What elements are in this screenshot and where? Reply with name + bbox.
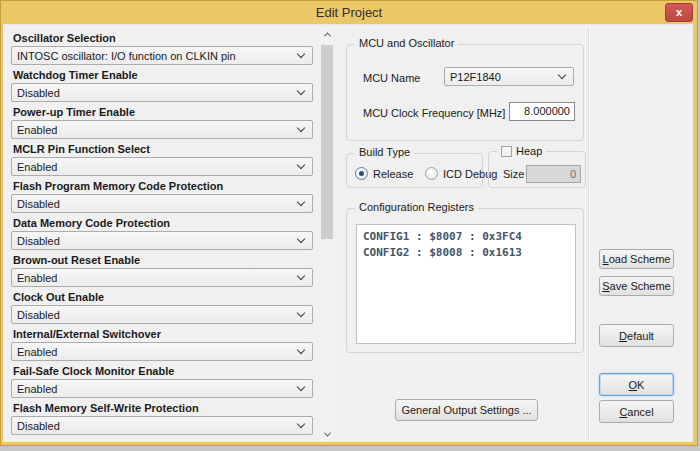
setting-label: Clock Out Enable bbox=[11, 290, 313, 305]
setting-row: Fail-Safe Clock Monitor Enable Enabled bbox=[11, 364, 313, 401]
release-radio[interactable] bbox=[355, 167, 368, 180]
setting-row: Brown-out Reset Enable Enabled bbox=[11, 253, 313, 290]
chevron-down-icon bbox=[297, 49, 305, 57]
chevron-down-icon bbox=[297, 419, 305, 427]
setting-row: Oscillator Selection INTOSC oscillator: … bbox=[11, 31, 313, 68]
close-button[interactable]: x bbox=[665, 3, 693, 22]
chevron-down-icon bbox=[297, 382, 305, 390]
setting-row: Clock Out Enable Disabled bbox=[11, 290, 313, 327]
setting-label: Power-up Timer Enable bbox=[11, 105, 313, 120]
setting-row: MCLR Pin Function Select Enabled bbox=[11, 142, 313, 179]
chevron-down-icon bbox=[297, 160, 305, 168]
general-output-settings-button[interactable]: General Output Settings ... bbox=[395, 399, 538, 421]
setting-dropdown[interactable]: Enabled bbox=[11, 379, 313, 398]
setting-dropdown-value: Enabled bbox=[17, 383, 57, 395]
setting-dropdown-value: Disabled bbox=[17, 87, 60, 99]
setting-dropdown[interactable]: Disabled bbox=[11, 416, 313, 435]
setting-label: MCLR Pin Function Select bbox=[11, 142, 313, 157]
configuration-registers-group: Configuration Registers CONFIG1 : $8007 … bbox=[346, 208, 584, 353]
scroll-down-button[interactable] bbox=[320, 427, 334, 441]
setting-row: Data Memory Code Protection Disabled bbox=[11, 216, 313, 253]
default-button[interactable]: Default bbox=[599, 324, 674, 347]
chevron-down-icon bbox=[297, 197, 305, 205]
setting-dropdown[interactable]: Disabled bbox=[11, 305, 313, 324]
ok-button[interactable]: OK bbox=[599, 373, 674, 396]
right-panel-divider bbox=[588, 27, 589, 440]
chevron-down-icon bbox=[297, 308, 305, 316]
close-icon: x bbox=[676, 7, 682, 18]
chevron-down-icon bbox=[297, 86, 305, 94]
scroll-up-button[interactable] bbox=[320, 27, 334, 41]
group-title: MCU and Oscillator bbox=[355, 37, 458, 49]
setting-dropdown-value: Disabled bbox=[17, 420, 60, 432]
setting-row: Flash Program Memory Code Protection Dis… bbox=[11, 179, 313, 216]
setting-dropdown[interactable]: Disabled bbox=[11, 83, 313, 102]
edit-project-dialog: Edit Project x Oscillator Selection INTO… bbox=[0, 0, 698, 446]
mcu-name-value: P12F1840 bbox=[450, 71, 501, 83]
group-title: Configuration Registers bbox=[355, 201, 478, 213]
config-registers-text[interactable]: CONFIG1 : $8007 : 0x3FC4 CONFIG2 : $8008… bbox=[356, 224, 576, 344]
setting-dropdown[interactable]: Enabled bbox=[11, 342, 313, 361]
setting-dropdown-value: Enabled bbox=[17, 272, 57, 284]
setting-dropdown-value: Disabled bbox=[17, 198, 60, 210]
heap-size-input[interactable]: 0 bbox=[526, 165, 581, 183]
setting-row: Watchdog Timer Enable Disabled bbox=[11, 68, 313, 105]
setting-label: Flash Program Memory Code Protection bbox=[11, 179, 313, 194]
heap-checkbox[interactable] bbox=[501, 146, 512, 157]
heap-checkbox-label: Heap bbox=[516, 145, 542, 157]
heap-group: Heap Size 0 bbox=[488, 151, 586, 188]
setting-dropdown[interactable]: INTOSC oscillator: I/O function on CLKIN… bbox=[11, 46, 313, 65]
dialog-title: Edit Project bbox=[316, 5, 382, 20]
setting-dropdown[interactable]: Disabled bbox=[11, 194, 313, 213]
setting-dropdown[interactable]: Enabled bbox=[11, 120, 313, 139]
chevron-down-icon bbox=[297, 271, 305, 279]
setting-dropdown-value: INTOSC oscillator: I/O function on CLKIN… bbox=[17, 50, 236, 62]
setting-dropdown-value: Disabled bbox=[17, 235, 60, 247]
setting-dropdown-value: Enabled bbox=[17, 124, 57, 136]
setting-dropdown[interactable]: Enabled bbox=[11, 157, 313, 176]
cancel-button[interactable]: Cancel bbox=[599, 400, 674, 423]
setting-dropdown-value: Enabled bbox=[17, 346, 57, 358]
mcu-clock-label: MCU Clock Frequency [MHz] bbox=[363, 107, 505, 119]
setting-dropdown[interactable]: Disabled bbox=[11, 231, 313, 250]
scrollbar-thumb[interactable] bbox=[321, 45, 333, 239]
heap-legend: Heap bbox=[497, 145, 546, 157]
group-title: Build Type bbox=[355, 146, 414, 158]
chevron-down-icon bbox=[297, 234, 305, 242]
settings-scrollbar[interactable] bbox=[320, 27, 334, 441]
setting-label: Watchdog Timer Enable bbox=[11, 68, 313, 83]
mcu-name-label: MCU Name bbox=[363, 72, 420, 84]
setting-dropdown-value: Enabled bbox=[17, 161, 57, 173]
build-type-group: Build Type Release ICD Debug bbox=[346, 153, 483, 188]
dialog-body: Oscillator Selection INTOSC oscillator: … bbox=[3, 24, 693, 442]
setting-row: Internal/External Switchover Enabled bbox=[11, 327, 313, 364]
mcu-clock-input[interactable]: 8.000000 bbox=[509, 102, 575, 121]
heap-size-label: Size bbox=[503, 168, 524, 180]
mcu-oscillator-group: MCU and Oscillator MCU Name P12F1840 MCU… bbox=[346, 44, 584, 141]
chevron-up-icon bbox=[323, 32, 330, 39]
chevron-down-icon bbox=[297, 123, 305, 131]
setting-label: Internal/External Switchover bbox=[11, 327, 313, 342]
mcu-name-dropdown[interactable]: P12F1840 bbox=[444, 67, 574, 86]
titlebar[interactable]: Edit Project x bbox=[1, 1, 697, 24]
setting-label: Oscillator Selection bbox=[11, 31, 313, 46]
release-radio-label: Release bbox=[373, 168, 413, 180]
chevron-down-icon bbox=[297, 345, 305, 353]
setting-label: Brown-out Reset Enable bbox=[11, 253, 313, 268]
chevron-down-icon bbox=[558, 70, 566, 78]
save-scheme-button[interactable]: Save Scheme bbox=[599, 276, 674, 296]
config-flags-panel: Oscillator Selection INTOSC oscillator: … bbox=[11, 31, 313, 438]
setting-row: Power-up Timer Enable Enabled bbox=[11, 105, 313, 142]
setting-dropdown[interactable]: Enabled bbox=[11, 268, 313, 287]
setting-label: Flash Memory Self-Write Protection bbox=[11, 401, 313, 416]
setting-label: Data Memory Code Protection bbox=[11, 216, 313, 231]
icd-debug-radio[interactable] bbox=[425, 167, 438, 180]
setting-row: Flash Memory Self-Write Protection Disab… bbox=[11, 401, 313, 438]
load-scheme-button[interactable]: Load Scheme bbox=[599, 249, 674, 269]
chevron-down-icon bbox=[323, 429, 330, 436]
setting-label: Fail-Safe Clock Monitor Enable bbox=[11, 364, 313, 379]
setting-dropdown-value: Disabled bbox=[17, 309, 60, 321]
